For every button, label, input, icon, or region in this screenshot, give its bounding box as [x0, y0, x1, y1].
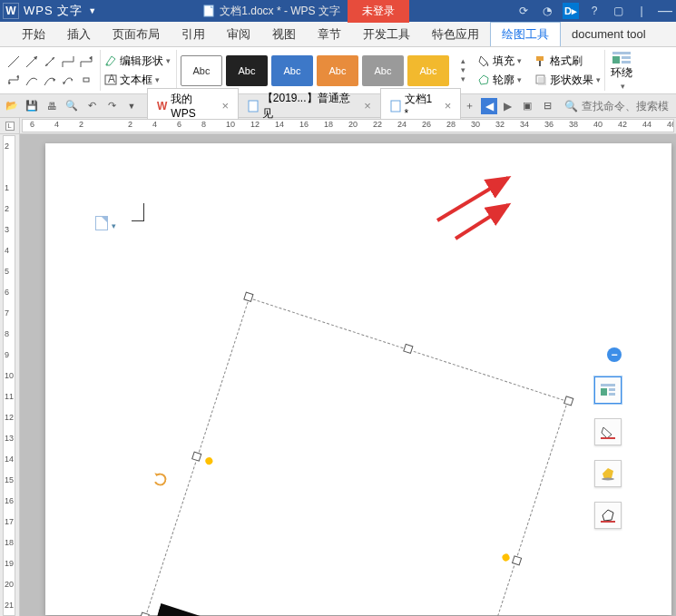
- menu-item-0[interactable]: 开始: [11, 22, 56, 46]
- login-button[interactable]: 未登录: [348, 0, 409, 23]
- format-painter-icon: [534, 54, 547, 67]
- menu-item-2[interactable]: 页面布局: [102, 22, 171, 46]
- textbox-icon: A: [104, 73, 117, 86]
- double-arrow-icon[interactable]: [42, 54, 58, 70]
- tab-next-icon[interactable]: ▶: [499, 98, 515, 114]
- line-icon[interactable]: [5, 54, 22, 70]
- restore-icon[interactable]: ▢: [610, 3, 626, 19]
- sync-icon[interactable]: ⟳: [515, 3, 532, 19]
- menu-item-3[interactable]: 引用: [171, 22, 216, 46]
- outline-button[interactable]: 轮廓▾: [477, 73, 522, 88]
- paragraph-mark: [132, 203, 144, 221]
- more-lines-icon[interactable]: [78, 72, 94, 88]
- doc-icon: [390, 100, 401, 112]
- help-icon[interactable]: ?: [586, 3, 603, 19]
- menu-item-7[interactable]: 开发工具: [352, 22, 421, 46]
- cloud-icon[interactable]: ◔: [539, 3, 555, 19]
- redo-icon[interactable]: ↷: [103, 98, 120, 114]
- lines-group: [5, 50, 101, 91]
- textbox-button[interactable]: A 文本框▾: [104, 73, 171, 88]
- style-preset[interactable]: Abc: [317, 55, 358, 86]
- fill-button[interactable]: 填充▾: [477, 54, 522, 69]
- gallery-expand[interactable]: ▴ ▾ ▾: [461, 58, 471, 83]
- format-painter-button[interactable]: 格式刷: [534, 54, 583, 69]
- menu-item-8[interactable]: 特色应用: [421, 22, 490, 46]
- minimize-icon[interactable]: —: [657, 3, 673, 19]
- anchor-marker: ▾: [95, 216, 116, 230]
- elbow-double-icon[interactable]: [5, 72, 22, 88]
- new-tab-icon[interactable]: ＋: [461, 98, 477, 114]
- search-input[interactable]: [582, 100, 672, 112]
- app-logo[interactable]: W: [3, 3, 19, 19]
- edit-shape-button[interactable]: 编辑形状▾: [104, 54, 171, 69]
- skin-icon[interactable]: D▸: [563, 3, 579, 19]
- app-dropdown-icon[interactable]: ▼: [88, 6, 96, 15]
- curve-icon[interactable]: [24, 72, 40, 88]
- svg-rect-16: [249, 101, 258, 112]
- svg-rect-8: [536, 56, 544, 61]
- ruler-horizontal[interactable]: 6422468101214161820222426283032343638404…: [22, 119, 674, 132]
- tab-prev-icon[interactable]: ◀: [481, 98, 497, 114]
- style-gallery[interactable]: AbcAbcAbcAbcAbcAbc: [181, 55, 449, 86]
- close-icon[interactable]: ×: [445, 99, 452, 112]
- close-icon[interactable]: ×: [364, 99, 371, 112]
- shape-tools-group: 编辑形状▾ A 文本框▾: [104, 50, 177, 91]
- page-icon: [95, 216, 108, 230]
- format-tools-group: 填充▾ 格式刷 轮廓▾ 形状效果▾: [475, 54, 601, 88]
- style-preset[interactable]: Abc: [181, 55, 222, 86]
- menu-item-4[interactable]: 审阅: [216, 22, 261, 46]
- preview-icon[interactable]: 🔍: [64, 98, 80, 114]
- window-icon[interactable]: ▣: [519, 98, 535, 114]
- fill-icon: [477, 54, 490, 67]
- menubar: 开始插入页面布局引用审阅视图章节开发工具特色应用绘图工具document too…: [0, 22, 676, 47]
- shadow-option-button[interactable]: [594, 460, 622, 487]
- tab-label-doc2: 【2019...】普通意见: [262, 91, 358, 122]
- menu-item-1[interactable]: 插入: [56, 22, 102, 46]
- edit-shape-label: 编辑形状: [120, 54, 163, 69]
- undo-icon[interactable]: ↶: [83, 98, 100, 114]
- svg-rect-17: [391, 101, 400, 112]
- open-icon[interactable]: 📂: [4, 98, 20, 114]
- chevron-down-icon[interactable]: ▾: [461, 67, 471, 73]
- outline-label: 轮廓: [493, 73, 514, 88]
- dropdown-icon[interactable]: ▼: [123, 98, 140, 114]
- textbox-label: 文本框: [120, 73, 152, 88]
- curve-arrow-icon[interactable]: [42, 72, 58, 88]
- curve-double-icon[interactable]: [60, 72, 76, 88]
- menu-item-10[interactable]: document tool: [561, 22, 657, 46]
- elbow-arrow-icon[interactable]: [78, 54, 94, 70]
- ruler-vertical[interactable]: 212345678910111213141516171819202122: [3, 135, 15, 616]
- doc-title: 文档1.docx * - WPS 文字: [220, 4, 340, 19]
- shape-effect-button[interactable]: 形状效果▾: [534, 73, 601, 88]
- outline-option-button[interactable]: [594, 502, 622, 529]
- menu-item-5[interactable]: 视图: [261, 22, 307, 46]
- canvas[interactable]: ▾ −: [20, 134, 676, 616]
- menu-item-6[interactable]: 章节: [307, 22, 352, 46]
- wrap-label: 环绕: [611, 65, 632, 81]
- style-preset[interactable]: Abc: [226, 55, 268, 86]
- style-preset[interactable]: Abc: [362, 55, 404, 86]
- elbow-icon[interactable]: [60, 54, 76, 70]
- pin-icon[interactable]: ⊟: [539, 98, 555, 114]
- collapse-icon[interactable]: −: [607, 347, 622, 362]
- chevron-up-icon[interactable]: ▴: [461, 58, 471, 64]
- svg-rect-23: [609, 393, 615, 396]
- workspace: 212345678910111213141516171819202122 ▾: [0, 134, 676, 616]
- style-preset[interactable]: Abc: [407, 55, 449, 86]
- layout-option-button[interactable]: [594, 376, 622, 404]
- arrow-line-icon[interactable]: [24, 54, 40, 70]
- style-preset[interactable]: Abc: [271, 55, 313, 86]
- search-icon: 🔍: [564, 100, 578, 112]
- wrap-button[interactable]: 环绕▾: [604, 50, 638, 91]
- save-icon[interactable]: 💾: [24, 98, 40, 114]
- fill-option-button[interactable]: [594, 418, 622, 445]
- dropdown-icon[interactable]: ▾: [461, 76, 471, 83]
- quick-format-panel: −: [594, 347, 622, 529]
- menu-item-9[interactable]: 绘图工具: [490, 22, 561, 46]
- svg-rect-11: [538, 77, 546, 85]
- svg-rect-9: [539, 61, 541, 66]
- close-icon[interactable]: ×: [222, 99, 230, 112]
- ruler-corner-icon[interactable]: L: [5, 122, 15, 131]
- command-search[interactable]: 🔍: [564, 100, 672, 112]
- print-icon[interactable]: 🖶: [44, 98, 60, 114]
